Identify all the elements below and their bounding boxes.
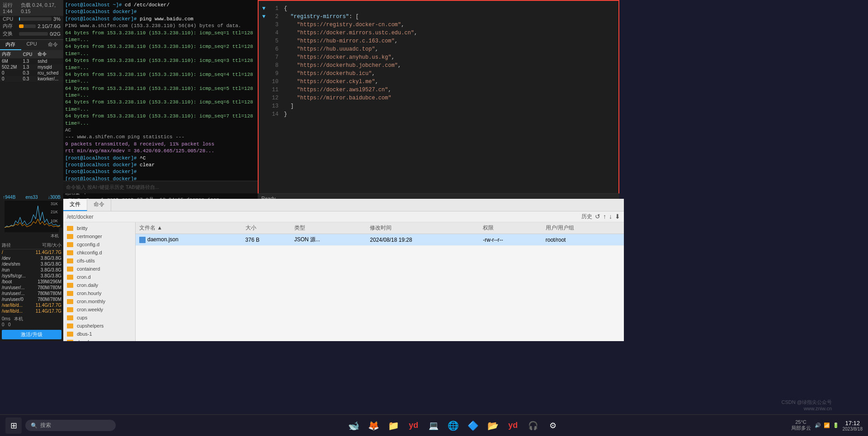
- fm-folder-item[interactable]: cupshelpers: [63, 322, 135, 330]
- fm-folder-item[interactable]: cron.weekly: [63, 305, 135, 314]
- process-tabs: 内存 CPU 命令: [0, 39, 63, 50]
- taskbar-app-headphones[interactable]: 🎧: [525, 417, 541, 434]
- table-row: 64 bytes from 153.3.238.110 (153.3.238.1…: [65, 57, 256, 71]
- fm-file-list: 文件名 ▲ 大小 类型 修改时间 权限 用户/用户组 daemon.json 3…: [136, 222, 624, 341]
- table-row: rtt min/avg/max/mdev = 36.420/69.665/125…: [65, 148, 256, 155]
- swap-bar-bg: [19, 32, 48, 36]
- fm-refresh-icon[interactable]: ↺: [595, 213, 600, 220]
- fm-upload-icon[interactable]: ↑: [603, 213, 606, 220]
- cpu-bar-bg: [19, 17, 52, 21]
- table-row: [root@localhost ~]# cd /etc/docker/: [65, 2, 256, 9]
- table-row: 64 bytes from 153.3.238.110 (153.3.238.1…: [65, 99, 256, 113]
- table-row: 12 "https://mirror.baidubce.com": [262, 94, 615, 102]
- taskbar-app-filemanager[interactable]: 📂: [485, 417, 501, 434]
- folder-icon: [67, 258, 73, 263]
- start-button[interactable]: ⊞: [5, 417, 22, 434]
- fm-download-icon[interactable]: ↓: [609, 213, 612, 220]
- tab-cmd[interactable]: 命令: [42, 40, 63, 50]
- fm-toolbar-actions: 历史 ↺ ↑ ↓ ⬇: [581, 213, 620, 220]
- fm-folder-item[interactable]: containerd: [63, 265, 135, 273]
- taskbar-app-terminal[interactable]: 💻: [425, 417, 442, 434]
- taskbar: ⊞ 🔍 搜索 🐋 🦊 📁 yd 💻 🌐 🔷 📂 yd 🎧 ⚙ 25°C 局部多云…: [0, 414, 868, 436]
- taskbar-app-yd1[interactable]: yd: [406, 417, 422, 434]
- weather-widget: 25°C 局部多云: [791, 419, 811, 431]
- file-manager-content: brittycertmongercgconfig.dchkconfig.dcif…: [63, 222, 624, 341]
- fm-folder-item[interactable]: dconf: [63, 338, 135, 341]
- ai-bar-text: 命令输入 按AI↑键提示历史 TAB键路径自...: [66, 184, 159, 191]
- col-modified: 修改时间: [366, 222, 479, 234]
- col-type: 类型: [291, 222, 367, 234]
- taskbar-app-browser[interactable]: 🦊: [366, 417, 382, 434]
- activate-button[interactable]: 激活/升级: [2, 330, 61, 339]
- fm-folder-item[interactable]: cifs-utils: [63, 257, 135, 265]
- mem-value: 2.1G/7.6G: [38, 23, 61, 29]
- folder-icon: [67, 323, 73, 328]
- taskbar-app-files[interactable]: 📁: [386, 417, 402, 434]
- col-filename: 文件名 ▲: [136, 222, 242, 234]
- taskbar-app-yd2[interactable]: yd: [505, 417, 521, 434]
- folder-icon: [67, 267, 73, 272]
- network-row: ↑944B ens33 ↓300B: [3, 195, 61, 200]
- taskbar-app-settings[interactable]: ⚙: [545, 417, 561, 434]
- fm-folder-item[interactable]: cups: [63, 314, 135, 322]
- fm-folder-item[interactable]: certmonger: [63, 232, 135, 240]
- fm-folder-item[interactable]: cron.daily: [63, 281, 135, 289]
- taskbar-app-browser2[interactable]: 🌐: [445, 417, 462, 434]
- taskbar-search[interactable]: 🔍 搜索: [25, 420, 116, 431]
- folder-icon: [67, 307, 73, 312]
- tab-mem[interactable]: 内存: [0, 40, 21, 50]
- disk-col-path: 路径: [2, 242, 31, 248]
- fm-folder-item[interactable]: chkconfig.d: [63, 248, 135, 257]
- disk-row: /run/user/...780M/780M: [2, 291, 61, 296]
- fm-path-label: /etc/docker: [67, 214, 94, 220]
- fm-folder-item[interactable]: dbus-1: [63, 330, 135, 338]
- disk-row: /11.4G/17.7G: [2, 249, 61, 255]
- tray-clock[interactable]: 17:12 2023/8/18: [843, 420, 863, 431]
- mem-label: 内存: [3, 23, 17, 29]
- table-row: 9 "https://dockerhub.icu",: [262, 70, 615, 78]
- disk-row: /sys/fs/cgr...3.8G/3.8G: [2, 273, 61, 279]
- folder-icon: [67, 315, 73, 320]
- col-permissions: 权限: [479, 222, 542, 234]
- fm-folder-items: brittycertmongercgconfig.dchkconfig.dcif…: [63, 224, 135, 341]
- fm-folder-item[interactable]: cron.hourly: [63, 289, 135, 297]
- disk-header: 路径 可用/大小: [2, 242, 61, 249]
- fm-history-btn[interactable]: 历史: [581, 213, 592, 220]
- table-row: 11 "https://docker.awsl9527.cn",: [262, 86, 615, 94]
- taskbar-left: ⊞ 🔍 搜索: [0, 417, 121, 434]
- file-manager-toolbar: /etc/docker 历史 ↺ ↑ ↓ ⬇: [63, 211, 624, 222]
- search-icon: 🔍: [31, 422, 38, 429]
- network-section: ↑944B ens33 ↓300B 31K 21K 10K 本机: [0, 193, 63, 241]
- table-row: 64 bytes from 153.3.238.110 (153.3.238.1…: [65, 85, 256, 99]
- runtime-label: 运行 1:44: [3, 2, 21, 14]
- tab-cpu[interactable]: CPU: [21, 40, 42, 50]
- taskbar-app-docker[interactable]: 🐋: [346, 417, 362, 434]
- table-row[interactable]: daemon.json 376 B JSON 源... 2024/08/18 1…: [136, 234, 624, 246]
- disk-section: 路径 可用/大小 /11.4G/17.7G/dev3.8G/3.8G/dev/s…: [0, 241, 63, 315]
- fm-tab-files[interactable]: 文件: [63, 199, 87, 211]
- fm-folder-item[interactable]: cron.d: [63, 273, 135, 281]
- cpu-bar: [19, 17, 20, 21]
- folder-icon: [67, 332, 73, 337]
- ping-section: 0ms 本机 0 0: [0, 315, 63, 328]
- cpu-value: 3%: [53, 16, 61, 22]
- disk-row: /dev/shm3.8G/3.8G: [2, 261, 61, 267]
- ping-zeros: 0 0: [2, 322, 61, 327]
- terminal-panel[interactable]: [root@localhost ~]# cd /etc/docker/[root…: [63, 0, 258, 199]
- fm-folder-item[interactable]: britty: [63, 224, 135, 232]
- fm-folder-item[interactable]: cron.monthly: [63, 297, 135, 305]
- folder-icon: [67, 291, 73, 296]
- fm-tab-cmd[interactable]: 命令: [87, 199, 111, 211]
- table-row: [root@localhost docker]#: [65, 9, 256, 15]
- network-chart-area: 31K 21K 10K: [5, 201, 59, 232]
- swap-value: 0/2G: [50, 31, 61, 37]
- json-editor-panel[interactable]: ▼ 1 { ▼ 2 "registry-mirrors": [ 3 "https…: [258, 0, 619, 199]
- fm-folder-item[interactable]: cgconfig.d: [63, 240, 135, 248]
- col-mem: 内存: [0, 50, 21, 58]
- watermark: CSDN @绿指尖公众号 www.zniw.cn: [782, 399, 832, 411]
- fm-more-icon[interactable]: ⬇: [615, 213, 620, 220]
- table-row: [root@localhost docker]# ^C: [65, 155, 256, 162]
- disk-row: /boot139M/296M: [2, 279, 61, 285]
- taskbar-app-edge[interactable]: 🔷: [465, 417, 481, 434]
- process-table: 内存 CPU 命令 6M1.3sshd502.2M1.3mysqld00.3rc…: [0, 50, 63, 193]
